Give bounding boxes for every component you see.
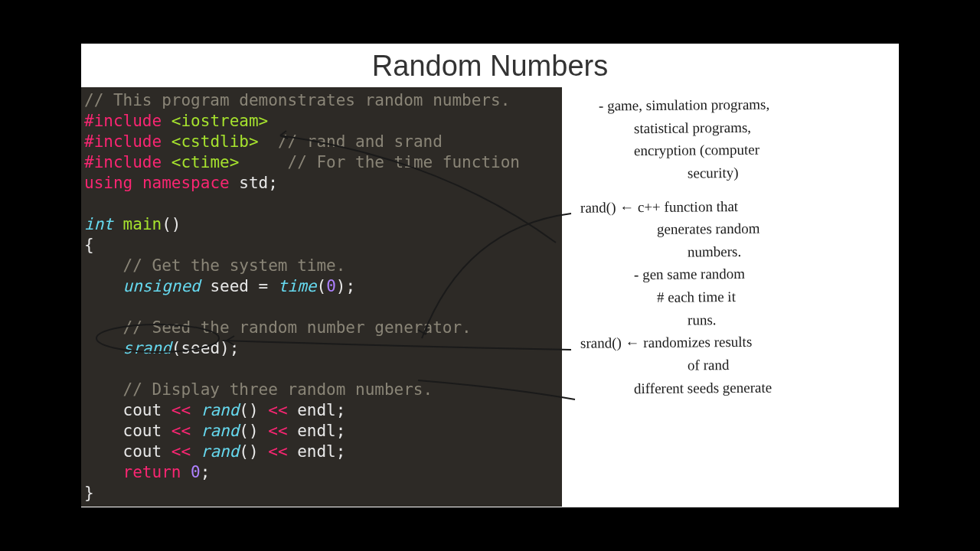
var-seed: seed [210, 277, 249, 295]
brace: } [84, 484, 94, 502]
cout: cout [123, 401, 162, 419]
endl: endl [297, 401, 336, 419]
int-keyword: int [84, 215, 113, 233]
rand-fn: rand [201, 442, 240, 461]
rand-fn: rand [201, 422, 240, 440]
namespace-keyword: namespace [142, 174, 230, 192]
using-keyword: using [84, 174, 132, 192]
cout: cout [123, 422, 162, 440]
note-line: statistical programs, [580, 116, 885, 139]
code-comment: // For the time function [288, 153, 520, 171]
srand-fn: srand [123, 339, 172, 357]
endl: endl [297, 422, 336, 440]
unsigned-keyword: unsigned [123, 277, 201, 295]
note-line: generates random [580, 217, 885, 240]
std-name: std [239, 174, 268, 192]
header-iostream: <iostream> [172, 112, 268, 130]
code-comment: // rand and srand [278, 132, 443, 151]
code-comment: // Get the system time. [123, 256, 346, 275]
note-line: encryption (computer [580, 139, 885, 161]
slide: Random Numbers // This program demonstra… [81, 44, 899, 507]
rand-fn: rand [201, 401, 240, 419]
handwritten-notes: - game, simulation programs, statistical… [562, 87, 899, 400]
header-ctime: <ctime> [172, 153, 240, 171]
header-cstdlib: <cstdlib> [172, 132, 259, 151]
note-line: different seeds generate [580, 377, 885, 399]
note-line: of rand [580, 354, 885, 376]
code-comment: // Display three random numbers. [123, 380, 433, 399]
note-line: # each time it [580, 285, 885, 308]
brace: { [84, 236, 94, 254]
endl: endl [297, 442, 336, 461]
code-comment: // Seed the random number generator. [123, 318, 472, 337]
time-fn: time [278, 277, 317, 295]
note-line: security) [580, 161, 885, 184]
note-line: rand() ← c++ function that [580, 195, 885, 217]
return-value: 0 [191, 463, 201, 481]
main-fn: main [123, 215, 162, 233]
note-line: runs. [580, 308, 885, 331]
code-block: // This program demonstrates random numb… [81, 87, 562, 507]
code-comment: // This program demonstrates random numb… [84, 91, 510, 109]
slide-title: Random Numbers [81, 44, 899, 87]
note-line: srand() ← randomizes results [580, 331, 885, 354]
cout: cout [123, 442, 162, 461]
note-line: - game, simulation programs, [580, 93, 885, 116]
include-keyword: #include [84, 132, 162, 151]
include-keyword: #include [84, 112, 162, 130]
note-line: - gen same random [580, 263, 885, 285]
include-keyword: #include [84, 153, 162, 171]
return-keyword: return [123, 463, 181, 481]
slide-content: // This program demonstrates random numb… [81, 87, 899, 507]
literal-zero: 0 [326, 277, 336, 295]
note-line: numbers. [580, 240, 885, 262]
